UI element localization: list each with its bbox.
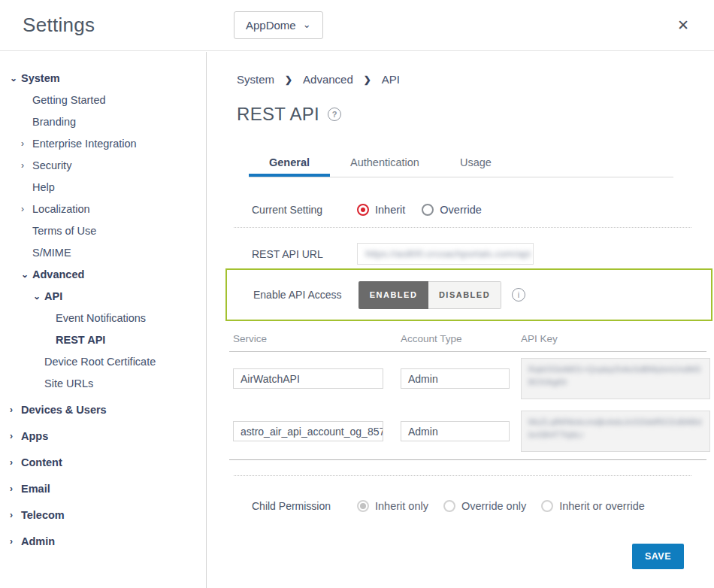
radio-inherit[interactable]: Inherit	[357, 204, 405, 216]
service-value: astro_air_api_account_og_8576	[241, 426, 383, 438]
sidebar-item-site-urls[interactable]: Site URLs	[0, 372, 206, 394]
help-icon[interactable]: ?	[328, 108, 341, 121]
sidebar-item-terms-of-use[interactable]: Terms of Use	[0, 220, 206, 241]
chevron-down-icon: ⌄	[10, 73, 21, 83]
info-icon[interactable]: i	[512, 288, 525, 302]
service-input[interactable]: astro_air_api_account_og_8576	[233, 421, 383, 441]
breadcrumb-advanced[interactable]: Advanced	[303, 73, 353, 86]
sidebar-item-security[interactable]: › Security	[0, 154, 206, 176]
child-permission-row: Child Permission Inherit only Override o…	[252, 500, 714, 512]
api-key-box[interactable]: MsZLqfWNtxkcmdjkvbdsJc033ddf5O2sBABdbnSB…	[521, 411, 710, 452]
sidebar-item-email[interactable]: › Email	[0, 477, 206, 499]
sidebar-item-getting-started[interactable]: Getting Started	[0, 89, 206, 111]
radio-override-only-label: Override only	[461, 500, 526, 512]
radio-inherit-only-label: Inherit only	[375, 500, 428, 512]
org-selector-label: AppDome	[246, 19, 296, 32]
sidebar-item-label: Site URLs	[44, 377, 93, 389]
breadcrumb-system[interactable]: System	[237, 73, 274, 86]
radio-inherit-only[interactable]: Inherit only	[357, 500, 428, 512]
column-header-api-key: API Key	[521, 333, 706, 344]
tab-authentication[interactable]: Authentication	[330, 150, 440, 177]
org-selector-button[interactable]: AppDome ⌄	[234, 11, 323, 39]
radio-disabled-icon[interactable]	[541, 500, 553, 512]
rest-api-url-value-blurred: https://as800.crcoachportals.com/api	[365, 248, 531, 259]
chevron-right-icon: ›	[21, 138, 32, 149]
toggle-disabled-button[interactable]: DISABLED	[428, 281, 501, 309]
column-header-account-type: Account Type	[401, 333, 521, 344]
sidebar-item-content[interactable]: › Content	[0, 451, 206, 473]
child-permission-label: Child Permission	[252, 500, 357, 512]
sidebar-item-label: Apps	[21, 430, 48, 442]
sidebar-item-api[interactable]: ⌄ API	[0, 285, 206, 307]
save-button[interactable]: SAVE	[632, 544, 684, 569]
settings-sidebar: ⌄ System Getting Started Branding › Ente…	[0, 52, 207, 588]
radio-selected-icon[interactable]	[357, 204, 369, 216]
close-icon[interactable]: ✕	[677, 17, 689, 34]
sidebar-item-help[interactable]: Help	[0, 176, 206, 198]
sidebar-item-advanced[interactable]: ⌄ Advanced	[0, 263, 206, 285]
sidebar-item-smime[interactable]: S/MIME	[0, 241, 206, 263]
sidebar-item-label: API	[44, 290, 62, 302]
sidebar-item-label: Device Root Certificate	[44, 356, 156, 368]
sidebar-item-label: Localization	[32, 203, 90, 215]
sidebar-item-label: Enterprise Integration	[32, 138, 137, 150]
sidebar-item-localization[interactable]: › Localization	[0, 198, 206, 220]
rest-api-url-row: REST API URL https://as800.crcoachportal…	[252, 243, 714, 265]
rest-api-url-input[interactable]: https://as800.crcoachportals.com/api	[357, 243, 534, 265]
child-permission-radio-group: Inherit only Override only Inherit or ov…	[357, 500, 645, 512]
sidebar-item-label: Devices & Users	[21, 404, 107, 416]
chevron-right-icon: ›	[21, 204, 32, 214]
enable-api-access-label: Enable API Access	[253, 289, 359, 301]
settings-title: Settings	[23, 14, 95, 37]
chevron-down-icon: ⌄	[303, 19, 311, 30]
page-title-row: REST API ?	[237, 104, 714, 125]
toggle-enabled-button[interactable]: ENABLED	[359, 281, 428, 309]
service-input[interactable]: AirWatchAPI	[233, 368, 383, 389]
breadcrumb-separator-icon: ❯	[285, 74, 292, 85]
radio-override[interactable]: Override	[422, 204, 482, 216]
tab-general[interactable]: General	[249, 150, 330, 177]
sidebar-item-rest-api[interactable]: REST API	[0, 329, 206, 350]
sidebar-item-label: Security	[32, 159, 71, 171]
sidebar-item-label: Terms of Use	[32, 225, 96, 237]
chevron-right-icon: ›	[10, 536, 21, 547]
enable-api-access-row: Enable API Access ENABLED DISABLED i	[253, 281, 711, 309]
radio-disabled-selected-icon[interactable]	[357, 500, 369, 512]
rest-api-url-label: REST API URL	[252, 248, 357, 260]
sidebar-item-telecom[interactable]: › Telecom	[0, 504, 206, 526]
settings-header: Settings AppDome ⌄ ✕	[0, 0, 714, 51]
radio-inherit-or-override-label: Inherit or override	[559, 500, 645, 512]
api-key-box[interactable]: RqbOGbA801+Qvpbp2hAsSdBMybmUndM3BOXAgt0r	[521, 358, 710, 399]
radio-unselected-icon[interactable]	[422, 204, 434, 216]
breadcrumb-api[interactable]: API	[382, 73, 400, 86]
api-key-value-blurred: MsZLqfWNtxkcmdjkvbdsJc033ddf5O2sBABdbnSB…	[528, 417, 701, 439]
account-type-value: Admin	[408, 373, 438, 385]
sidebar-item-device-root-certificate[interactable]: Device Root Certificate	[0, 350, 206, 372]
account-type-input[interactable]: Admin	[401, 421, 510, 441]
sidebar-item-event-notifications[interactable]: Event Notifications	[0, 307, 206, 329]
radio-disabled-icon[interactable]	[443, 500, 455, 512]
sidebar-item-system[interactable]: ⌄ System	[0, 67, 206, 89]
sidebar-item-label: Getting Started	[32, 94, 106, 106]
save-row: SAVE	[207, 544, 714, 569]
sidebar-item-label: Content	[21, 456, 62, 468]
radio-override-only[interactable]: Override only	[443, 500, 526, 512]
sidebar-item-branding[interactable]: Branding	[0, 111, 206, 132]
sidebar-item-label: Event Notifications	[56, 312, 146, 324]
sidebar-item-admin[interactable]: › Admin	[0, 530, 206, 552]
chevron-right-icon: ›	[21, 160, 32, 171]
sidebar-item-apps[interactable]: › Apps	[0, 425, 206, 447]
enable-api-access-highlight-box: Enable API Access ENABLED DISABLED i	[225, 268, 712, 321]
current-setting-label: Current Setting	[252, 204, 357, 216]
radio-inherit-or-override[interactable]: Inherit or override	[541, 500, 645, 512]
tab-usage[interactable]: Usage	[440, 150, 512, 177]
sidebar-item-enterprise-integration[interactable]: › Enterprise Integration	[0, 132, 206, 154]
sidebar-item-label: Advanced	[32, 268, 84, 280]
chevron-down-icon: ⌄	[33, 291, 44, 302]
account-type-input[interactable]: Admin	[401, 368, 510, 389]
page-title: REST API	[237, 104, 319, 125]
chevron-right-icon: ›	[10, 510, 21, 520]
sidebar-item-devices-users[interactable]: › Devices & Users	[0, 399, 206, 420]
sidebar-item-label: Branding	[32, 116, 76, 128]
chevron-right-icon: ›	[10, 483, 21, 494]
